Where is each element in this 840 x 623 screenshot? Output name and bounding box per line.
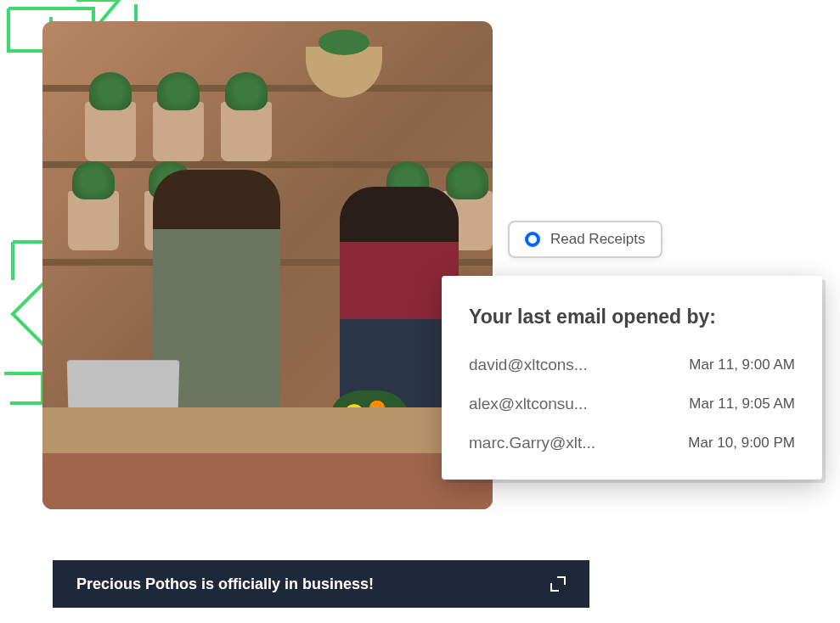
email-timestamp: Mar 11, 9:00 AM xyxy=(689,356,795,373)
expand-icon[interactable] xyxy=(550,576,566,592)
read-receipts-badge[interactable]: Read Receipts xyxy=(508,221,662,258)
email-opened-panel: Your last email opened by: david@xltcons… xyxy=(442,276,822,480)
email-address: david@xltcons... xyxy=(469,356,588,374)
hero-photo xyxy=(42,21,493,509)
panel-title: Your last email opened by: xyxy=(469,306,795,328)
email-timestamp: Mar 11, 9:05 AM xyxy=(689,396,795,413)
email-entry: marc.Garry@xlt... Mar 10, 9:00 PM xyxy=(469,434,795,452)
email-address: marc.Garry@xlt... xyxy=(469,434,595,452)
radio-selected-icon xyxy=(525,232,540,247)
badge-label: Read Receipts xyxy=(550,231,646,248)
email-entry: alex@xltconsu... Mar 11, 9:05 AM xyxy=(469,395,795,413)
email-address: alex@xltconsu... xyxy=(469,395,588,413)
notification-message: Precious Pothos is officially in busines… xyxy=(76,575,374,593)
notification-bar[interactable]: Precious Pothos is officially in busines… xyxy=(53,560,589,608)
email-timestamp: Mar 10, 9:00 PM xyxy=(688,435,795,452)
email-entry: david@xltcons... Mar 11, 9:00 AM xyxy=(469,356,795,374)
